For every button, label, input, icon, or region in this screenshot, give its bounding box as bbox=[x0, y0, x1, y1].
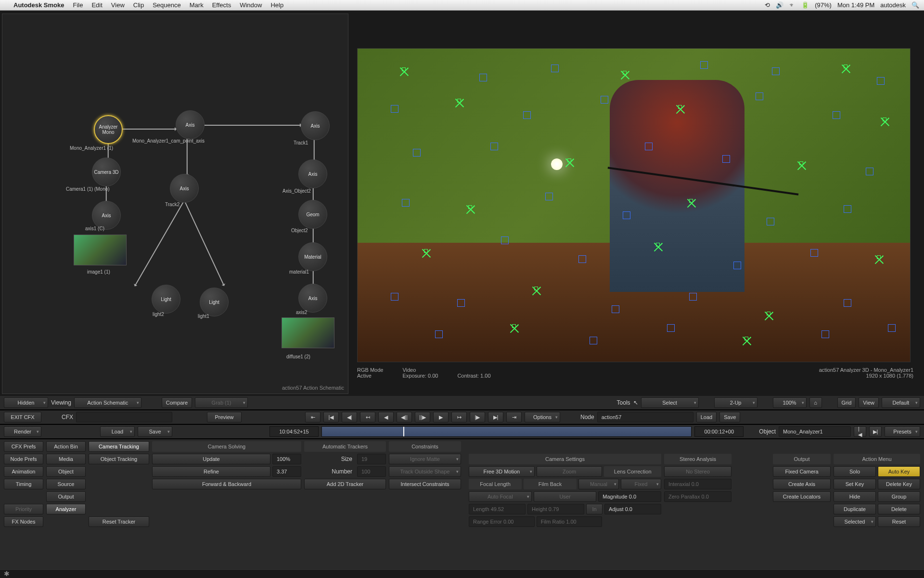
tracker-marker[interactable] bbox=[435, 330, 443, 338]
fx-nodes-button[interactable]: FX Nodes bbox=[4, 516, 43, 527]
zoom-button[interactable]: Zoom bbox=[537, 466, 603, 477]
auto-focal-dropdown[interactable]: Auto Focal bbox=[469, 491, 532, 502]
wifi-icon[interactable]: ᯤ bbox=[789, 1, 796, 9]
duplicate-button[interactable]: Duplicate bbox=[834, 504, 876, 514]
tracker-marker[interactable] bbox=[601, 96, 608, 104]
render-dropdown[interactable]: Render bbox=[4, 426, 41, 437]
tracker-marker[interactable] bbox=[512, 324, 516, 328]
menu-clip[interactable]: Clip bbox=[133, 1, 144, 9]
magnitude-field[interactable]: Magnitude 0.0 bbox=[598, 491, 661, 502]
node-material[interactable]: Material bbox=[298, 242, 327, 271]
fixed-camera-button[interactable]: Fixed Camera bbox=[773, 466, 831, 477]
tracker-marker[interactable] bbox=[501, 236, 509, 244]
action-bin-button[interactable]: Action Bin bbox=[46, 441, 86, 452]
presets-dropdown[interactable]: Presets bbox=[885, 426, 920, 437]
step-back-button[interactable]: ↤ bbox=[360, 412, 375, 422]
node-axis2[interactable]: Axis bbox=[301, 111, 330, 140]
step-fwd-key-button[interactable]: |▶ bbox=[470, 412, 485, 422]
priority-button[interactable]: Priority bbox=[4, 504, 43, 514]
menu-effects[interactable]: Effects bbox=[212, 1, 231, 9]
timecode-dur-field[interactable]: 00:00:12+00 bbox=[694, 426, 744, 437]
action-schematic-panel[interactable]: action57 Action Schematic Analyzer MonoA… bbox=[2, 13, 348, 394]
tracker-marker[interactable] bbox=[468, 205, 472, 209]
tracker-marker[interactable] bbox=[799, 161, 803, 165]
light-gizmo-icon[interactable] bbox=[551, 158, 563, 170]
node-analyzer[interactable]: Analyzer Mono bbox=[94, 115, 123, 144]
object-button[interactable]: Object bbox=[46, 466, 86, 477]
playhead-icon[interactable] bbox=[403, 427, 404, 436]
menu-view[interactable]: View bbox=[111, 1, 125, 9]
node-geom[interactable]: Geom bbox=[298, 200, 327, 229]
options-dropdown[interactable]: Options bbox=[525, 412, 560, 422]
tracker-marker[interactable] bbox=[722, 155, 730, 163]
tracker-marker[interactable] bbox=[877, 255, 881, 259]
adjust-field[interactable]: Adjust 0.0 bbox=[604, 504, 661, 514]
node-field[interactable]: action57 bbox=[597, 412, 693, 422]
set-key-button[interactable]: Set Key bbox=[834, 479, 876, 489]
pause-fwd-button[interactable]: ||▶ bbox=[415, 412, 430, 422]
goto-start-button[interactable]: ⇤ bbox=[305, 412, 321, 422]
tracker-marker[interactable] bbox=[391, 293, 398, 301]
update-value[interactable]: 100% bbox=[272, 454, 301, 464]
viewer-panel[interactable] bbox=[357, 48, 911, 362]
tracker-marker[interactable] bbox=[678, 105, 682, 109]
pointer-icon[interactable]: ↖ bbox=[633, 399, 638, 406]
refine-button[interactable]: Refine bbox=[152, 466, 270, 477]
step-back-key-button[interactable]: ◀| bbox=[342, 412, 357, 422]
grid-button[interactable]: Grid bbox=[837, 397, 856, 408]
tracker-marker[interactable] bbox=[457, 299, 465, 307]
load2-dropdown[interactable]: Load bbox=[100, 426, 135, 437]
tracker-marker[interactable] bbox=[844, 299, 851, 307]
battery-icon[interactable]: 🔋 bbox=[801, 1, 809, 9]
spotlight-icon[interactable]: 🔍 bbox=[911, 1, 919, 9]
load-button[interactable]: Load bbox=[696, 412, 717, 422]
tracker-marker[interactable] bbox=[821, 330, 829, 338]
zero-parallax-field[interactable]: Zero Parallax 0.0 bbox=[664, 491, 732, 502]
tracker-marker[interactable] bbox=[623, 71, 627, 75]
tracker-marker[interactable] bbox=[402, 67, 406, 71]
media-button[interactable]: Media bbox=[46, 454, 86, 464]
play-back-button[interactable]: ◀ bbox=[378, 412, 394, 422]
layout-dropdown[interactable]: 2-Up bbox=[714, 397, 757, 408]
node-axis3[interactable]: Axis bbox=[170, 174, 199, 203]
no-stereo-button[interactable]: No Stereo bbox=[664, 466, 732, 477]
forward-backward-button[interactable]: Forward & Backward bbox=[152, 479, 301, 489]
viewing-dropdown[interactable]: Action Schematic bbox=[74, 397, 141, 408]
timing-button[interactable]: Timing bbox=[4, 479, 43, 489]
reset-button[interactable]: Reset bbox=[878, 516, 920, 527]
menu-file[interactable]: File bbox=[73, 1, 83, 9]
ignore-matte-dropdown[interactable]: Ignore Matte bbox=[389, 454, 461, 464]
auto-key-button[interactable]: Auto Key bbox=[878, 466, 920, 477]
track-outside-dropdown[interactable]: Track Outside Shape bbox=[389, 466, 461, 477]
tracker-marker[interactable] bbox=[888, 324, 896, 332]
tracker-marker[interactable] bbox=[767, 218, 774, 225]
update-button[interactable]: Update bbox=[152, 454, 270, 464]
tracker-marker[interactable] bbox=[756, 92, 763, 100]
delete-button[interactable]: Delete bbox=[878, 504, 920, 514]
selected-dropdown[interactable]: Selected bbox=[834, 516, 876, 527]
user-label[interactable]: autodesk bbox=[880, 1, 906, 9]
tracker-size-field[interactable]: 19 bbox=[357, 454, 386, 464]
tracker-marker[interactable] bbox=[457, 99, 461, 103]
fixed-dropdown[interactable]: Fixed bbox=[621, 479, 661, 489]
manual-dropdown[interactable]: Manual bbox=[578, 479, 619, 489]
tracker-number-field[interactable]: 100 bbox=[357, 466, 386, 477]
exit-cfx-button[interactable]: EXIT CFX bbox=[4, 412, 41, 422]
grab-dropdown[interactable]: Grab (1) bbox=[195, 397, 248, 408]
prev-key-button[interactable]: |◀ bbox=[323, 412, 339, 422]
tracker-marker[interactable] bbox=[578, 255, 586, 263]
tracker-marker[interactable] bbox=[866, 168, 873, 175]
tracker-marker[interactable] bbox=[767, 312, 770, 315]
tracker-marker[interactable] bbox=[877, 77, 885, 85]
home-button[interactable]: ⌂ bbox=[809, 397, 822, 408]
tracker-marker[interactable] bbox=[413, 149, 421, 157]
view-button[interactable]: View bbox=[859, 397, 879, 408]
refine-value[interactable]: 3.37 bbox=[272, 466, 301, 477]
save2-dropdown[interactable]: Save bbox=[138, 426, 172, 437]
pause-back-button[interactable]: ◀‍‍|| bbox=[397, 412, 412, 422]
height-field[interactable]: Height 0.79 bbox=[527, 504, 584, 514]
zoom-dropdown[interactable]: 100% bbox=[773, 397, 807, 408]
intersect-constraints-button[interactable]: Intersect Constraints bbox=[389, 479, 461, 489]
cfx-prefs-button[interactable]: CFX Prefs bbox=[4, 441, 43, 452]
in-button[interactable]: In bbox=[586, 504, 603, 514]
